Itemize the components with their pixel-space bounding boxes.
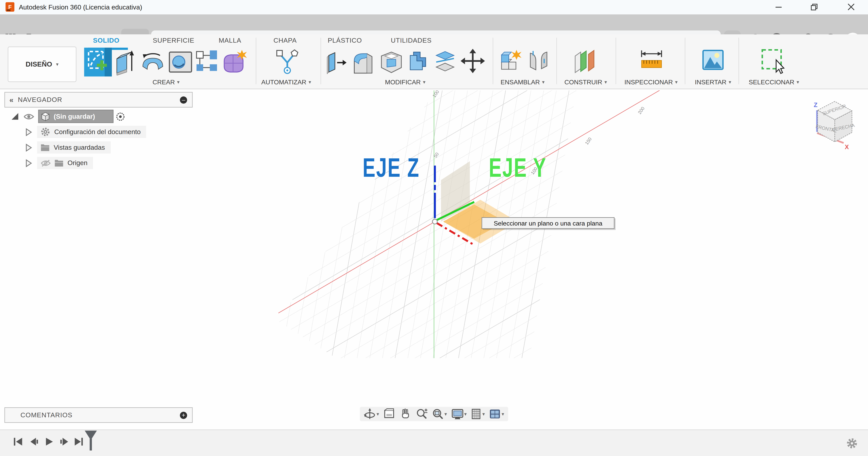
chevron-down-icon <box>729 80 731 85</box>
fillet-button[interactable] <box>352 49 375 76</box>
tab-malla[interactable]: MALLA <box>219 36 241 44</box>
group-inspeccionar[interactable]: INSPECCIONAR <box>616 79 686 85</box>
timeline-step-forward-button[interactable] <box>58 437 70 447</box>
pattern-button[interactable] <box>195 49 219 73</box>
automate-button[interactable] <box>275 49 300 74</box>
visibility-off-icon[interactable] <box>40 160 51 167</box>
press-pull-button[interactable] <box>326 49 348 76</box>
collapsed-triangle-icon[interactable] <box>26 159 32 167</box>
image-icon <box>702 49 724 72</box>
move-button[interactable] <box>461 49 485 73</box>
automate-icon <box>275 49 300 74</box>
group-automatizar[interactable]: AUTOMATIZAR <box>252 79 320 85</box>
minimize-button[interactable] <box>767 0 789 14</box>
combine-button[interactable] <box>407 49 430 74</box>
viewports-button[interactable] <box>489 408 504 420</box>
group-construir[interactable]: CONSTRUIR <box>553 79 619 85</box>
timeline-go-to-end-button[interactable] <box>72 437 85 447</box>
collapsed-triangle-icon[interactable] <box>26 143 32 151</box>
chevron-down-icon <box>309 80 311 85</box>
timeline-step-back-button[interactable] <box>28 437 40 447</box>
activate-component-icon[interactable] <box>116 112 125 121</box>
close-icon <box>847 3 855 10</box>
viewport-canvas[interactable]: 100 50 100 150 200 EJE Z EJE Y Seleccion… <box>0 90 868 429</box>
tab-utilidades[interactable]: UTILIDADES <box>391 36 432 44</box>
window-title: Autodesk Fusion 360 (Licencia educativa) <box>19 3 142 11</box>
expand-triangle-icon[interactable] <box>11 113 19 120</box>
root-item-label: (Sin guardar) <box>54 113 95 120</box>
joint-icon <box>527 49 550 74</box>
timeline-settings-button[interactable] <box>846 437 858 452</box>
grid-snap-button[interactable] <box>471 408 485 420</box>
timeline-marker[interactable] <box>84 430 97 453</box>
tree-item-label: Origen <box>67 159 87 167</box>
measure-button[interactable] <box>640 49 663 72</box>
collapsed-triangle-icon[interactable] <box>26 128 32 136</box>
tree-row-saved-views[interactable]: Vistas guardadas <box>26 141 181 154</box>
orbit-button[interactable] <box>364 408 379 420</box>
tree-row-root[interactable]: (Sin guardar) <box>11 110 138 122</box>
tree-row-doc-settings[interactable]: Configuración del documento <box>26 126 181 138</box>
construction-plane-button[interactable] <box>573 49 597 74</box>
origin-point[interactable] <box>432 219 437 224</box>
hole-button[interactable] <box>168 49 193 74</box>
timeline-go-to-start-button[interactable] <box>12 437 25 447</box>
form-button[interactable] <box>221 49 248 76</box>
ribbon: DISEÑO SOLIDO SUPERFICIE MALLA CHAPA PLÁ… <box>0 34 868 89</box>
look-at-button[interactable] <box>383 408 395 420</box>
tree-item-label: Vistas guardadas <box>54 144 105 151</box>
group-crear[interactable]: CREAR <box>133 79 199 85</box>
revolve-button[interactable] <box>140 49 165 76</box>
new-component-button[interactable] <box>499 49 523 74</box>
fit-button[interactable] <box>432 408 447 420</box>
visibility-eye-icon[interactable] <box>23 113 34 120</box>
row-content[interactable]: Vistas guardadas <box>37 141 111 154</box>
comments-panel[interactable]: COMENTARIOS + <box>4 407 192 423</box>
collapse-panel-icon[interactable]: « <box>9 95 13 104</box>
group-ensamblar[interactable]: ENSAMBLAR <box>490 79 556 85</box>
ribbon-divider <box>685 38 685 84</box>
tab-plastico[interactable]: PLÁSTICO <box>328 36 362 44</box>
select-button[interactable] <box>761 49 788 77</box>
tab-chapa[interactable]: CHAPA <box>273 36 297 44</box>
annotation-eje-z: EJE Z <box>363 152 420 183</box>
chevron-down-icon <box>797 80 799 85</box>
shell-button[interactable] <box>380 49 403 74</box>
navigator-header[interactable]: « NAVEGADOR – <box>4 92 192 108</box>
extrude-button[interactable] <box>115 49 137 76</box>
restore-button[interactable] <box>803 0 826 14</box>
new-component-icon <box>499 49 523 74</box>
joint-button[interactable] <box>527 49 550 74</box>
chevron-down-icon <box>377 411 379 417</box>
close-button[interactable] <box>840 0 862 14</box>
row-content[interactable]: Configuración del documento <box>37 126 146 138</box>
tree-row-origin[interactable]: Origen <box>26 157 181 169</box>
workspace-selector[interactable]: DISEÑO <box>8 47 76 82</box>
group-seleccionar[interactable]: SELECCIONAR <box>738 79 809 85</box>
minimize-panel-button[interactable]: – <box>180 96 187 103</box>
measure-icon <box>640 49 663 72</box>
create-sketch-button[interactable] <box>84 48 112 77</box>
chevron-down-icon <box>542 80 545 85</box>
skip-to-start-icon <box>13 437 23 446</box>
timeline-marker-handle <box>84 430 97 451</box>
group-seleccionar-label: SELECCIONAR <box>749 79 794 85</box>
zoom-button[interactable] <box>415 408 428 420</box>
pan-button[interactable] <box>399 408 411 420</box>
tab-solido[interactable]: SOLIDO <box>93 36 119 44</box>
add-comment-button[interactable]: + <box>180 411 187 419</box>
display-settings-button[interactable] <box>451 408 467 420</box>
root-item-selected[interactable]: (Sin guardar) <box>38 110 114 123</box>
group-modificar[interactable]: MODIFICAR <box>372 79 438 85</box>
insert-image-button[interactable] <box>702 49 724 72</box>
group-crear-label: CREAR <box>153 79 175 85</box>
skip-to-end-icon <box>73 437 84 446</box>
view-cube[interactable]: SUPERIOR FRONTAL DERECHA Z X <box>809 95 865 152</box>
offset-face-button[interactable] <box>433 49 457 74</box>
row-content[interactable]: Origen <box>37 157 93 169</box>
tab-superficie[interactable]: SUPERFICIE <box>153 36 194 44</box>
group-insertar[interactable]: INSERTAR <box>680 79 746 85</box>
ground-grid <box>205 90 772 429</box>
timeline-play-button[interactable] <box>43 437 56 447</box>
step-forward-icon <box>59 437 69 446</box>
